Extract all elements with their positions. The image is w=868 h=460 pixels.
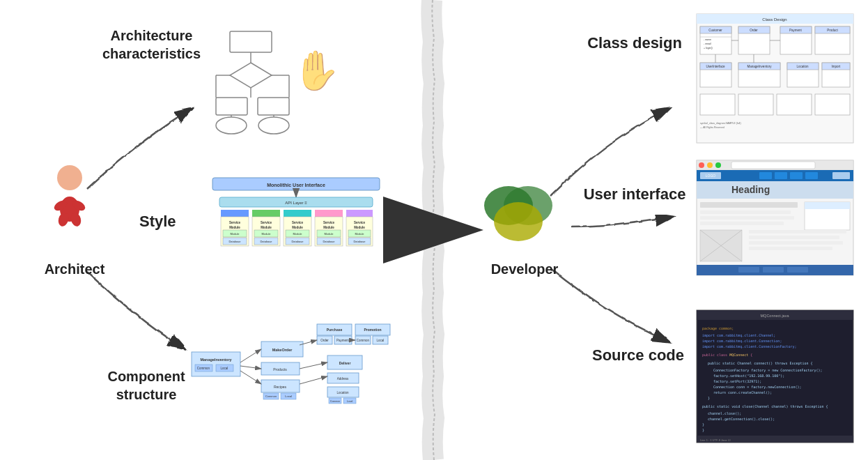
svg-text:Service: Service bbox=[292, 221, 304, 224]
svg-text:import com.rabbitmq.client.Cha: import com.rabbitmq.client.Channel; bbox=[702, 333, 775, 338]
svg-text:Database: Database bbox=[353, 240, 366, 243]
svg-text:Module: Module bbox=[261, 226, 272, 229]
svg-rect-167 bbox=[775, 172, 787, 179]
svg-rect-14 bbox=[258, 98, 289, 115]
svg-text:UserInterface: UserInterface bbox=[706, 65, 725, 68]
svg-rect-187 bbox=[738, 267, 759, 273]
svg-text:Module: Module bbox=[355, 232, 364, 236]
svg-rect-184 bbox=[749, 241, 843, 245]
svg-rect-175 bbox=[700, 216, 794, 220]
svg-text:ManageInventory: ManageInventory bbox=[747, 65, 773, 68]
svg-rect-148 bbox=[738, 94, 773, 115]
svg-text:Purchase: Purchase bbox=[327, 328, 343, 332]
svg-text:- name: - name bbox=[704, 38, 711, 41]
svg-rect-169 bbox=[805, 172, 818, 179]
architect-label: Architect bbox=[36, 261, 113, 277]
component-structure-label: Component structure bbox=[77, 367, 216, 404]
svg-rect-95 bbox=[355, 336, 371, 344]
svg-rect-160 bbox=[707, 162, 713, 168]
svg-rect-174 bbox=[700, 210, 791, 214]
svg-rect-164 bbox=[700, 172, 721, 179]
svg-rect-158 bbox=[697, 160, 853, 170]
user-interface-label: User interface bbox=[579, 185, 690, 205]
svg-rect-33 bbox=[284, 210, 311, 217]
svg-text:Service: Service bbox=[354, 221, 366, 224]
svg-text:}: } bbox=[702, 428, 704, 432]
svg-rect-87 bbox=[317, 324, 352, 335]
svg-rect-89 bbox=[317, 336, 332, 344]
svg-rect-60 bbox=[317, 230, 341, 237]
svg-text:Monolithic User Interface: Monolithic User Interface bbox=[267, 183, 325, 187]
svg-rect-136 bbox=[700, 63, 731, 70]
svg-text:Deliver: Deliver bbox=[339, 361, 351, 365]
svg-rect-32 bbox=[252, 210, 280, 217]
svg-rect-132 bbox=[815, 26, 850, 54]
svg-text:Database: Database bbox=[291, 240, 304, 243]
svg-rect-186 bbox=[697, 265, 853, 275]
svg-text:factory.setHost("192.168.99.10: factory.setHost("192.168.99.100"); bbox=[713, 374, 784, 378]
svg-text:ConnectionFactory factory = ne: ConnectionFactory factory = new Connecti… bbox=[713, 368, 823, 373]
svg-text:Product: Product bbox=[827, 29, 838, 32]
class-design-label: Class design bbox=[579, 33, 690, 54]
svg-rect-46 bbox=[254, 230, 278, 237]
svg-rect-43 bbox=[252, 217, 280, 246]
svg-text:}: } bbox=[708, 396, 710, 400]
svg-line-115 bbox=[300, 376, 327, 384]
svg-rect-50 bbox=[284, 217, 311, 246]
svg-rect-159 bbox=[699, 162, 704, 168]
svg-line-111 bbox=[240, 371, 261, 384]
svg-rect-99 bbox=[327, 355, 362, 369]
svg-rect-69 bbox=[348, 238, 371, 245]
svg-rect-91 bbox=[334, 336, 352, 344]
svg-text:Line 1 : 1    UTF-8    Java   : Line 1 : 1 UTF-8 Java ☑ bbox=[700, 438, 731, 442]
svg-point-5 bbox=[70, 199, 86, 213]
svg-rect-103 bbox=[327, 387, 359, 397]
svg-text:Order: Order bbox=[750, 29, 758, 32]
svg-rect-191 bbox=[697, 310, 853, 320]
svg-rect-179 bbox=[700, 230, 742, 261]
svg-point-2 bbox=[57, 165, 82, 190]
svg-text:Payment: Payment bbox=[789, 29, 803, 32]
svg-text:Payment: Payment bbox=[336, 339, 350, 342]
svg-rect-163 bbox=[697, 170, 853, 181]
svg-text:symbol_class_diagram.SAMPLE (f: symbol_class_diagram.SAMPLE (full) bbox=[700, 122, 741, 125]
svg-point-9 bbox=[504, 186, 552, 225]
svg-rect-129 bbox=[780, 26, 812, 54]
svg-text:public class MQConnect {: public class MQConnect { bbox=[702, 353, 752, 358]
svg-text:Promotion: Promotion bbox=[364, 328, 382, 332]
svg-text:Local: Local bbox=[347, 400, 353, 403]
svg-rect-149 bbox=[777, 94, 812, 115]
svg-text:Service: Service bbox=[229, 221, 241, 224]
developer-label: Developer bbox=[483, 261, 566, 277]
svg-rect-81 bbox=[261, 380, 300, 392]
svg-text:Common: Common bbox=[357, 339, 370, 342]
svg-line-181 bbox=[700, 230, 742, 261]
svg-text:LOGO: LOGO bbox=[706, 174, 716, 178]
svg-text:package common;: package common; bbox=[702, 326, 734, 331]
svg-text:Database: Database bbox=[323, 240, 335, 243]
svg-rect-173 bbox=[700, 202, 798, 208]
svg-rect-144 bbox=[822, 63, 850, 87]
svg-rect-177 bbox=[805, 202, 850, 230]
svg-rect-189 bbox=[787, 267, 808, 273]
svg-rect-41 bbox=[223, 238, 247, 245]
svg-rect-31 bbox=[221, 210, 249, 217]
svg-rect-55 bbox=[286, 238, 309, 245]
svg-marker-12 bbox=[230, 63, 272, 88]
svg-line-114 bbox=[300, 362, 327, 369]
svg-rect-157 bbox=[697, 160, 853, 275]
svg-point-3 bbox=[60, 197, 79, 222]
svg-rect-161 bbox=[715, 162, 721, 168]
svg-text:Class Design: Class Design bbox=[762, 17, 786, 22]
svg-text:import com.rabbitmq.client.Con: import com.rabbitmq.client.ConnectionFac… bbox=[702, 344, 796, 349]
svg-text:Connection conn = factory.newC: Connection conn = factory.newConnection(… bbox=[713, 385, 801, 390]
svg-text:+ login(): + login() bbox=[704, 47, 713, 49]
svg-text:- email: - email bbox=[704, 43, 711, 45]
svg-text:Customer: Customer bbox=[708, 29, 722, 32]
svg-rect-75 bbox=[216, 365, 233, 371]
svg-text:Common: Common bbox=[265, 394, 277, 398]
source-code-label: Source code bbox=[582, 346, 694, 366]
svg-text:Recipes: Recipes bbox=[274, 385, 287, 389]
svg-text:factory.setPort(32971);: factory.setPort(32971); bbox=[713, 379, 761, 384]
svg-rect-138 bbox=[738, 63, 780, 87]
